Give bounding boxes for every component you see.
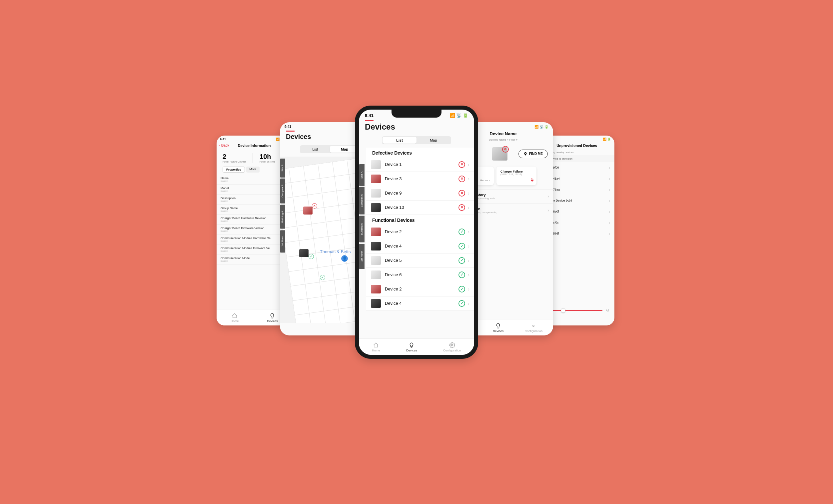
ok-icon: ✓ <box>458 271 465 278</box>
property-value: xxxxxx <box>220 200 288 202</box>
location-icon <box>523 152 527 156</box>
property-value: xxxxxx <box>220 240 288 242</box>
location-tab[interactable]: Site A <box>359 164 364 186</box>
ok-icon: ✓ <box>458 243 465 249</box>
functional-list: Device 2 ✓ › Device 4 ✓ › Device 5 ✓ › D… <box>366 225 474 311</box>
find-me-button[interactable]: FIND ME <box>519 149 548 158</box>
fail-icon: ✕ <box>458 204 465 211</box>
status-time: 9:41 <box>285 125 291 128</box>
property-value: xxxxxx <box>220 190 288 192</box>
location-tab[interactable]: Complex A <box>359 187 364 215</box>
tab-more[interactable]: More <box>246 167 260 172</box>
property-label: Charger Board Firmware Version <box>220 226 288 230</box>
svg-point-0 <box>451 344 453 346</box>
chevron-right-icon: › <box>609 231 611 236</box>
location-tab[interactable]: Complex A <box>280 178 285 203</box>
status-icons: 📶 📡 🔋 <box>534 125 548 128</box>
accent-line <box>365 120 374 121</box>
device-thumb <box>371 299 381 308</box>
defective-header: Defective Devices <box>366 148 474 158</box>
chevron-right-icon: › <box>468 162 470 167</box>
property-label: Group Name <box>220 207 288 210</box>
slider-label-all: All <box>606 309 609 312</box>
chevron-right-icon: › <box>468 191 470 196</box>
fail-badge-icon: ✕ <box>502 146 509 152</box>
seg-list[interactable]: List <box>382 137 416 144</box>
metric-power-on-time: 10h Power on Time <box>260 153 275 163</box>
device-row[interactable]: Device 6 ✓ › <box>366 268 474 282</box>
nav-configuration[interactable]: Configuration <box>525 323 543 333</box>
back-button[interactable]: ‹ Back <box>219 144 229 147</box>
property-label: Communication Module Hardware Re <box>220 237 288 240</box>
chevron-right-icon: › <box>547 208 549 213</box>
device-row[interactable]: Device 1 ✕ › <box>366 158 474 172</box>
device-row[interactable]: Device 2 ✓ › <box>366 282 474 296</box>
property-label: Communication Module Firmware Ve <box>220 246 288 250</box>
location-sidebar: Site AComplex ABuilding A1st Floor <box>359 164 364 270</box>
ok-icon: ✓ <box>458 257 465 264</box>
bulb-icon <box>408 342 414 348</box>
view-toggle: List Map <box>300 145 360 153</box>
device-thumb <box>371 203 381 212</box>
map-device-marker[interactable] <box>299 249 309 257</box>
chevron-right-icon: › <box>468 272 470 278</box>
nav-home[interactable]: Home <box>231 313 239 323</box>
plug-icon <box>530 178 534 183</box>
location-tab[interactable]: 1st Floor <box>359 244 364 269</box>
chevron-right-icon: › <box>468 301 470 306</box>
location-pin-icon[interactable]: 👤 <box>340 255 349 263</box>
location-tab[interactable]: 1st Floor <box>280 230 285 253</box>
location-tab[interactable]: Building A <box>359 216 364 242</box>
device-row[interactable]: Device 9 ✕ › <box>366 186 474 200</box>
nav-devices[interactable]: Devices <box>493 323 503 333</box>
failure-card-charger[interactable]: Charger Failure (2018-12-18, 17h10) <box>497 167 537 185</box>
accent-line <box>286 130 294 131</box>
chevron-right-icon: › <box>468 205 470 210</box>
device-row[interactable]: Device 3 ✕ › <box>366 172 474 186</box>
page-title: Device Name <box>490 131 517 136</box>
property-label: Communication Mode <box>220 257 288 260</box>
device-row[interactable]: Device 5 ✓ › <box>366 254 474 268</box>
device-label: Device 2 <box>385 286 458 291</box>
device-row[interactable]: Device 4 ✓ › <box>366 296 474 311</box>
location-tab[interactable]: Building A <box>280 205 285 229</box>
map-device-marker[interactable] <box>303 207 312 215</box>
nav-devices[interactable]: Devices <box>406 342 417 352</box>
property-value: xxxxxx <box>220 220 288 222</box>
property-label: Model <box>220 187 288 190</box>
device-row[interactable]: Device 2 ✓ › <box>366 225 474 239</box>
device-thumb <box>371 174 381 183</box>
chevron-right-icon: › <box>468 258 470 263</box>
gear-icon <box>449 342 455 348</box>
device-label: Device 4 <box>385 243 458 248</box>
map-place-label: Thomas & Betts <box>320 249 351 254</box>
property-value: xxxxxx <box>220 210 288 212</box>
device-label: Device 4 <box>385 301 458 306</box>
gear-icon <box>530 323 537 329</box>
property-value: xxxxxx <box>220 230 288 232</box>
slider-track[interactable] <box>544 310 602 311</box>
tab-properties[interactable]: Properties <box>222 167 245 172</box>
status-icons: 📶 🔋 <box>603 138 611 141</box>
device-row[interactable]: Device 4 ✓ › <box>366 239 474 254</box>
device-label: Device 3 <box>385 176 458 181</box>
nav-devices[interactable]: Devices <box>267 313 278 323</box>
seg-map[interactable]: Map <box>416 137 451 144</box>
device-thumb <box>371 160 381 169</box>
property-label: Charger Board Hardware Revision <box>220 217 288 220</box>
status-time: 9:41 <box>365 113 374 118</box>
fail-badge-icon: ✕ <box>312 203 317 209</box>
ok-badge-icon: ✓ <box>309 254 314 259</box>
nav-configuration[interactable]: Configuration <box>443 342 461 352</box>
chevron-right-icon: › <box>609 209 611 214</box>
phone-devices-list: 9:41 📶 📡 🔋 Devices List Map Site AComple… <box>355 105 478 359</box>
nav-home[interactable]: Home <box>372 342 380 352</box>
chevron-right-icon: › <box>468 176 470 182</box>
seg-list[interactable]: List <box>301 146 330 152</box>
property-value: xxxxxx <box>220 250 288 252</box>
location-tab[interactable]: Site A <box>280 159 285 177</box>
device-row[interactable]: Device 10 ✕ › <box>366 200 474 215</box>
status-icons: 📶 📡 🔋 <box>450 113 468 118</box>
slider-thumb[interactable] <box>561 308 566 313</box>
device-label: Device 10 <box>385 205 458 210</box>
